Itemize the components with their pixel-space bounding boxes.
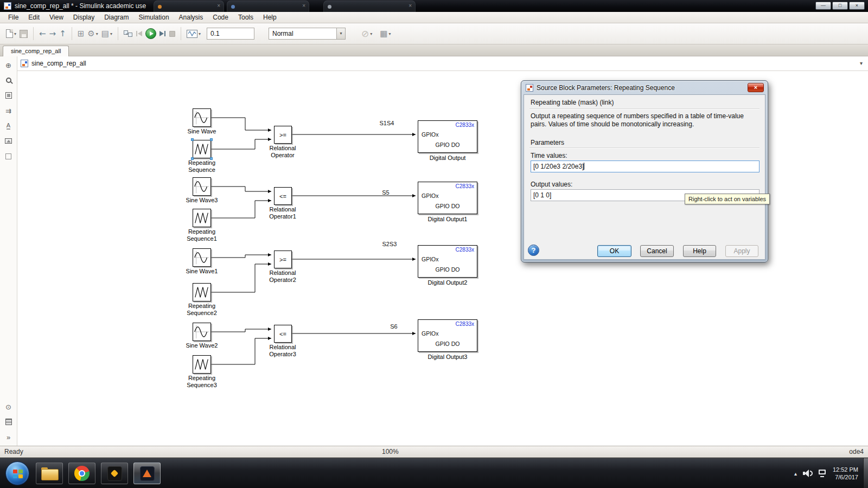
simulation-mode-select[interactable]: Normal ▾ bbox=[269, 28, 346, 40]
taskbar-explorer-button[interactable] bbox=[36, 463, 63, 484]
wire[interactable] bbox=[211, 255, 271, 258]
menu-display[interactable]: Display bbox=[68, 12, 99, 23]
chevron-down-icon[interactable]: ▾ bbox=[336, 28, 345, 39]
step-forward-button[interactable] bbox=[158, 27, 168, 41]
tray-show-hidden-icon[interactable]: ▴ bbox=[794, 471, 797, 477]
signal-label[interactable]: S6 bbox=[372, 323, 416, 330]
dropdown-icon[interactable]: ▾ bbox=[96, 31, 98, 36]
relational-operator-block-4[interactable]: <= bbox=[274, 325, 292, 343]
signal-label[interactable]: S5 bbox=[364, 189, 407, 196]
library-browser-button[interactable]: ⊞ bbox=[76, 27, 86, 41]
up-to-parent-button[interactable]: ↑ bbox=[58, 27, 68, 41]
window-titlebar[interactable]: sine_comp_rep_all * - Simulink academic … bbox=[0, 0, 868, 12]
ok-button[interactable]: OK bbox=[597, 245, 631, 257]
shape-button[interactable] bbox=[2, 150, 15, 163]
show-desktop-button[interactable] bbox=[863, 458, 868, 488]
back-button[interactable]: ← bbox=[37, 27, 48, 41]
menu-edit[interactable]: Edit bbox=[23, 12, 44, 23]
repeating-sequence-block-3[interactable] bbox=[193, 283, 211, 301]
dropdown-icon[interactable]: ▾ bbox=[14, 31, 16, 36]
wire[interactable] bbox=[211, 187, 271, 191]
menu-view[interactable]: View bbox=[44, 12, 68, 23]
block-label: Sine Wave bbox=[177, 128, 226, 135]
wire[interactable] bbox=[211, 329, 271, 332]
repeating-sequence-block-1[interactable] bbox=[193, 140, 211, 158]
dropdown-icon[interactable]: ▾ bbox=[199, 31, 201, 36]
update-diagram-button[interactable]: ⊘▾ bbox=[360, 27, 374, 41]
menu-tools[interactable]: Tools bbox=[233, 12, 258, 23]
maximize-button[interactable]: □ bbox=[832, 2, 848, 10]
menu-file[interactable]: File bbox=[3, 12, 23, 23]
time-values-input[interactable]: [0 1/20e3 2/20e3] bbox=[531, 160, 760, 172]
sine-wave-block-1[interactable] bbox=[193, 108, 211, 127]
menu-diagram[interactable]: Diagram bbox=[99, 12, 133, 23]
volume-icon[interactable] bbox=[803, 470, 813, 477]
expand-strip-button[interactable]: » bbox=[2, 431, 15, 444]
minimize-button[interactable]: — bbox=[815, 2, 831, 10]
signal-label[interactable]: S1S4 bbox=[365, 120, 409, 126]
relational-operator-block-3[interactable]: >= bbox=[274, 251, 292, 268]
dropdown-icon[interactable]: ▾ bbox=[370, 31, 372, 36]
digital-output-block-1[interactable]: C2833x GPIOx GPIO DO bbox=[418, 120, 477, 153]
digital-output-block-2[interactable]: C2833x GPIOx GPIO DO bbox=[418, 182, 477, 214]
menu-analysis[interactable]: Analysis bbox=[174, 12, 208, 23]
simulation-display-button[interactable]: ▾ bbox=[185, 27, 202, 41]
taskbar-clock[interactable]: 12:52 PM 7/6/2017 bbox=[833, 466, 860, 481]
digital-output-block-3[interactable]: C2833x GPIOx GPIO DO bbox=[418, 245, 477, 278]
viewmark-button[interactable]: ⊙ bbox=[2, 400, 15, 413]
digital-output-block-4[interactable]: C2833x GPIOx GPIO DO bbox=[418, 319, 477, 352]
save-button[interactable] bbox=[18, 27, 29, 41]
block-label: Sine Wave1 bbox=[177, 268, 226, 275]
relational-operator-block-1[interactable]: >= bbox=[274, 126, 292, 144]
menu-simulation[interactable]: Simulation bbox=[134, 12, 174, 23]
dropdown-icon[interactable]: ▾ bbox=[388, 31, 391, 36]
cancel-button[interactable]: Cancel bbox=[640, 245, 674, 257]
fit-to-view-button[interactable] bbox=[2, 89, 15, 102]
stop-button[interactable] bbox=[168, 27, 177, 41]
network-icon[interactable] bbox=[819, 470, 827, 477]
apply-button[interactable]: Apply bbox=[725, 245, 758, 257]
repeating-sequence-block-4[interactable] bbox=[193, 355, 211, 374]
sine-wave-block-3[interactable] bbox=[193, 248, 211, 267]
sine-wave-block-4[interactable] bbox=[193, 323, 211, 341]
start-button[interactable] bbox=[5, 461, 29, 485]
help-button[interactable]: Help bbox=[683, 245, 716, 257]
taskbar-chrome-button[interactable] bbox=[68, 463, 95, 484]
sine-wave-block-2[interactable] bbox=[193, 177, 211, 196]
model-configuration-button[interactable]: ⚙▾ bbox=[86, 27, 99, 41]
gear-icon: ⚙ bbox=[87, 29, 94, 38]
library-browser-icon: ⊞ bbox=[78, 29, 85, 38]
annotation-button[interactable]: A bbox=[2, 119, 15, 132]
relational-operator-block-2[interactable]: <= bbox=[274, 187, 292, 205]
background-browser-tab: × bbox=[323, 1, 416, 12]
zoom-button[interactable] bbox=[2, 74, 15, 87]
sample-time-button[interactable] bbox=[2, 415, 15, 428]
run-button[interactable] bbox=[144, 27, 158, 41]
step-back-button[interactable] bbox=[134, 27, 144, 41]
dialog-close-button[interactable]: × bbox=[748, 83, 764, 92]
forward-icon: → bbox=[49, 29, 56, 38]
repeating-sequence-block-2[interactable] bbox=[193, 209, 211, 227]
breadcrumb[interactable]: sine_comp_rep_all bbox=[31, 60, 86, 67]
stop-time-input[interactable]: 0.1 bbox=[207, 28, 254, 40]
dialog-titlebar[interactable]: Source Block Parameters: Repeating Seque… bbox=[521, 81, 768, 94]
chevron-down-icon[interactable]: ▾ bbox=[860, 60, 863, 66]
new-model-button[interactable]: ▾ bbox=[4, 27, 18, 41]
explorer-toggle-button[interactable]: ⊕ bbox=[2, 59, 15, 72]
connect-to-target-button[interactable] bbox=[122, 27, 134, 41]
taskbar-matlab-button[interactable] bbox=[133, 463, 161, 484]
build-model-button[interactable]: ▦▾ bbox=[378, 27, 392, 41]
signal-routing-button[interactable]: ⇉ bbox=[2, 104, 15, 117]
help-icon[interactable]: ? bbox=[528, 245, 539, 256]
model-explorer-button[interactable]: ▤▾ bbox=[100, 27, 114, 41]
menu-help[interactable]: Help bbox=[258, 12, 282, 23]
model-tab[interactable]: sine_comp_rep_all bbox=[3, 46, 69, 56]
menu-code[interactable]: Code bbox=[208, 12, 233, 23]
taskbar-app-button[interactable] bbox=[101, 463, 128, 484]
image-button[interactable] bbox=[2, 134, 15, 147]
close-button[interactable]: × bbox=[849, 2, 865, 10]
selection-handle bbox=[210, 138, 213, 141]
signal-label[interactable]: S2S3 bbox=[368, 241, 411, 247]
forward-button[interactable]: → bbox=[48, 27, 58, 41]
dropdown-icon[interactable]: ▾ bbox=[110, 31, 112, 36]
